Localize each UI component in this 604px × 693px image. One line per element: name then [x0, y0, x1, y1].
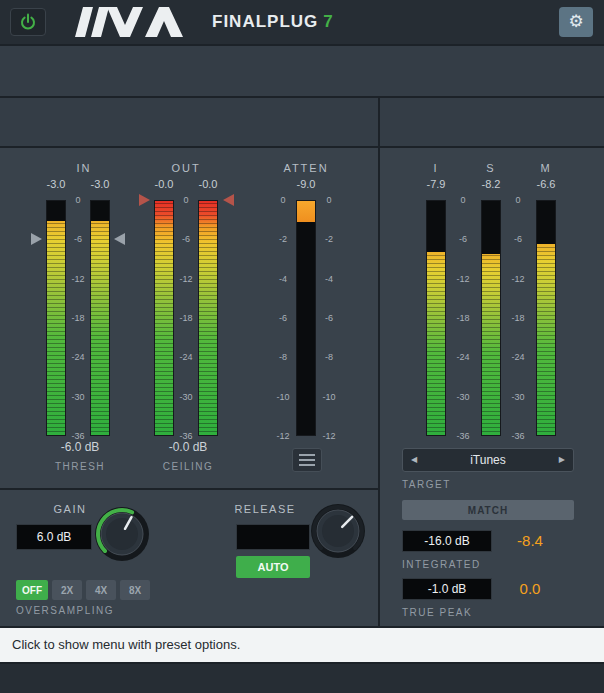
- target-value: iTunes: [470, 453, 506, 467]
- settings-button[interactable]: ⚙: [559, 7, 593, 37]
- threshold-marker-left[interactable]: [31, 233, 42, 245]
- target-selector[interactable]: ◀ iTunes ▶: [402, 448, 574, 472]
- thresh-readout[interactable]: -6.0 dB: [36, 440, 124, 454]
- power-button[interactable]: [10, 8, 46, 36]
- gear-icon: ⚙: [568, 12, 583, 31]
- in-right-value: -3.0: [80, 178, 120, 190]
- wave-arts-logo: [58, 5, 204, 39]
- i-value: -7.9: [416, 178, 456, 190]
- plugin-window: FINALPLUG7 ⚙ ↺ ↻ ◀ Default* ▶ A/B ▶ VIEW…: [0, 0, 604, 693]
- match-button[interactable]: MATCH: [402, 500, 574, 520]
- out-meter-right: [198, 200, 218, 436]
- oversampling-off-button[interactable]: OFF: [16, 580, 48, 600]
- atten-scale-right: 0-2-4-6-8-10-12: [318, 195, 340, 441]
- in-meter-scale: 0-6-12-18-24-30-36: [67, 195, 89, 441]
- out-meter-scale: 0-6-12-18-24-30-36: [175, 195, 197, 441]
- in-left-value: -3.0: [36, 178, 76, 190]
- momentary-meter-label: M: [526, 162, 566, 174]
- oversampling-8x-button[interactable]: 8X: [120, 580, 150, 600]
- ceiling-readout[interactable]: -0.0 dB: [144, 440, 232, 454]
- auto-release-button[interactable]: AUTO: [236, 556, 310, 578]
- release-knob[interactable]: [310, 503, 366, 559]
- atten-meter: [296, 200, 316, 436]
- plugin-title: FINALPLUG7: [212, 12, 334, 32]
- out-right-value: -0.0: [188, 178, 228, 190]
- loudness-panel: I S M -7.9 -8.2 -6.6 0-6-12-18-24-30-36 …: [378, 148, 604, 626]
- status-bar: Click to show menu with preset options.: [0, 626, 604, 664]
- loudness-scale-1: 0-6-12-18-24-30-36: [452, 195, 474, 441]
- status-message: Click to show menu with preset options.: [12, 628, 240, 662]
- integrated-meter-label: I: [416, 162, 456, 174]
- controls-bar: VIEW ▼ LIMITER TRUE PEAK LOUDNESS SYNC ↻: [0, 98, 604, 148]
- preset-bar: ↺ ↻ ◀ Default* ▶ A/B ▶: [0, 46, 604, 98]
- oversampling-label: OVERSAMPLING: [16, 605, 114, 616]
- loudness-scale-2: 0-6-12-18-24-30-36: [507, 195, 529, 441]
- gain-label: GAIN: [40, 503, 100, 515]
- ceiling-label: CEILING: [144, 461, 232, 472]
- s-meter: [481, 200, 501, 436]
- plugin-name: FINALPLUG: [212, 12, 318, 31]
- power-icon: [20, 13, 36, 31]
- hamburger-icon: [299, 454, 315, 456]
- integrated-label: INTEGRATED: [402, 559, 481, 570]
- atten-section-label: ATTEN: [276, 162, 336, 174]
- thresh-label: THRESH: [36, 461, 124, 472]
- m-value: -6.6: [526, 178, 566, 190]
- shortterm-meter-label: S: [471, 162, 511, 174]
- plugin-version: 7: [323, 12, 333, 31]
- threshold-marker-right[interactable]: [114, 233, 125, 245]
- header: FINALPLUG7 ⚙: [0, 0, 604, 46]
- gain-knob[interactable]: [94, 506, 150, 562]
- out-meter-left: [154, 200, 174, 436]
- out-left-value: -0.0: [144, 178, 184, 190]
- true-peak-label: TRUE PEAK: [402, 607, 472, 618]
- panel-divider: [378, 98, 380, 148]
- in-section-label: IN: [60, 162, 108, 174]
- integrated-target-field[interactable]: -16.0 dB: [402, 530, 492, 552]
- oversampling-4x-button[interactable]: 4X: [86, 580, 116, 600]
- ceiling-marker-left[interactable]: [139, 194, 150, 206]
- integrated-live-value: -8.4: [498, 532, 562, 549]
- meter-menu-button[interactable]: [292, 448, 322, 472]
- in-meter-left: [46, 200, 66, 436]
- target-label: TARGET: [402, 479, 451, 490]
- target-next-icon[interactable]: ▶: [559, 449, 565, 471]
- atten-scale-left: 0-2-4-6-8-10-12: [272, 195, 294, 441]
- footer-bar: [0, 664, 604, 693]
- dynamics-panel: GAIN 6.0 dB RELEASE AUTO OFF 2X: [0, 490, 378, 626]
- s-value: -8.2: [471, 178, 511, 190]
- true-peak-live-value: 0.0: [498, 580, 562, 597]
- oversampling-2x-button[interactable]: 2X: [52, 580, 82, 600]
- release-label: RELEASE: [230, 503, 300, 515]
- out-section-label: OUT: [162, 162, 210, 174]
- atten-value: -9.0: [286, 178, 326, 190]
- target-prev-icon[interactable]: ◀: [411, 449, 417, 471]
- i-meter: [426, 200, 446, 436]
- ceiling-marker-right[interactable]: [223, 194, 234, 206]
- in-meter-right: [90, 200, 110, 436]
- limiter-meter-panel: IN -3.0 -3.0 0-6-12-18-24-30-36 -6.0 dB …: [0, 148, 378, 490]
- gain-value-field[interactable]: 6.0 dB: [16, 524, 92, 550]
- true-peak-target-field[interactable]: -1.0 dB: [402, 578, 492, 600]
- m-meter: [536, 200, 556, 436]
- release-value-field[interactable]: [236, 524, 310, 550]
